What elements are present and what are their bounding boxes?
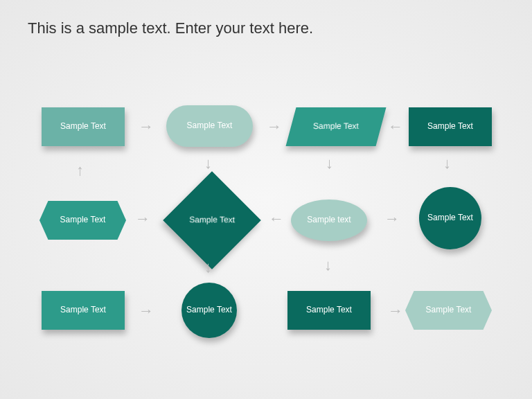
arrow-right-icon: → (384, 211, 400, 227)
shape-rect-r1-d: Sample Text (409, 107, 492, 146)
shape-label: Sample Text (60, 215, 106, 226)
shape-hexagon-r3-d: Sample Text (405, 291, 492, 330)
arrow-down-icon: ↓ (204, 156, 212, 171)
shape-diamond-r2-b: Sample Text (163, 171, 260, 269)
page-title: This is a sample text. Enter your text h… (28, 19, 313, 37)
arrow-right-icon: → (267, 119, 282, 134)
arrow-right-icon: → (139, 119, 154, 134)
shape-label: Sample Text (427, 121, 473, 132)
arrow-down-icon: ↓ (204, 260, 212, 275)
shape-label: Sample Text (186, 305, 232, 316)
arrow-right-icon: → (139, 303, 154, 319)
shape-label: Sample Text (187, 121, 233, 132)
arrow-right-icon: → (135, 211, 150, 227)
shape-label: Sample Text (60, 305, 106, 316)
shape-circle-r2-d: Sample Text (419, 187, 481, 249)
shape-hexagon-r2-a: Sample Text (39, 201, 126, 240)
shape-label: Sample Text (426, 305, 472, 316)
arrow-down-icon: ↓ (326, 156, 333, 171)
shape-rect-r3-a: Sample Text (42, 291, 125, 330)
shape-rect-r3-c: Sample Text (287, 291, 371, 330)
arrow-down-icon: ↓ (443, 156, 451, 171)
arrow-down-icon: ↓ (324, 258, 332, 273)
arrow-left-icon: ← (388, 119, 403, 134)
arrow-left-icon: ← (269, 211, 284, 227)
shape-ellipse-r2-c: Sample text (291, 200, 367, 241)
arrow-up-icon: ↑ (76, 163, 84, 178)
shape-label: Sample text (307, 215, 351, 226)
shape-label: Sample Text (313, 121, 359, 132)
shape-parallelogram-r1-c: Sample Text (285, 107, 386, 146)
shape-label: Sample Text (60, 121, 106, 132)
shape-rect-r1-a: Sample Text (42, 107, 125, 146)
arrow-right-icon: → (388, 303, 403, 319)
shape-rounded-r1-b: Sample Text (166, 105, 253, 147)
shape-label: Sample Text (188, 215, 236, 226)
shape-label: Sample Text (427, 213, 473, 224)
shape-circle-r3-b: Sample Text (181, 283, 237, 338)
shape-label: Sample Text (306, 305, 352, 316)
